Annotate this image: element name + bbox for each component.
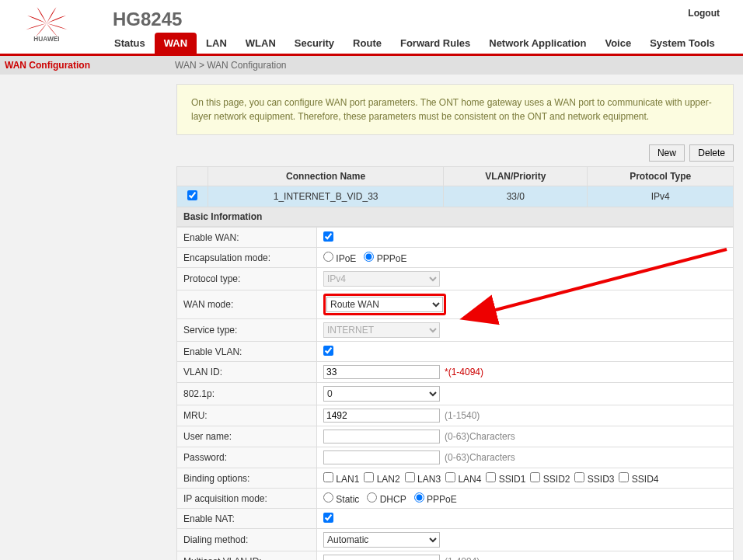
lbl-vlan-id: VLAN ID: — [177, 362, 317, 383]
lbl-encap: Encapsulation mode: — [177, 248, 317, 268]
protocol-type-select: IPv4 — [323, 271, 440, 287]
lbl-dialing: Dialing method: — [177, 529, 317, 551]
binding-ssid2[interactable]: SSID2 — [530, 474, 570, 485]
binding-lan2[interactable]: LAN2 — [364, 474, 399, 485]
lbl-ip-mode: IP acquisition mode: — [177, 489, 317, 509]
lbl-enable-vlan: Enable VLAN: — [177, 342, 317, 362]
user-hint: (0-63)Characters — [445, 431, 515, 442]
lbl-mcast: Multicast VLAN ID: — [177, 551, 317, 561]
lbl-service-type: Service type: — [177, 319, 317, 342]
delete-button[interactable]: Delete — [689, 144, 734, 162]
p8021-select[interactable]: 0 — [323, 386, 440, 402]
enable-vlan-checkbox[interactable] — [323, 346, 333, 356]
th-protocol-type: Protocol Type — [588, 167, 734, 186]
connection-table: Connection Name VLAN/Priority Protocol T… — [176, 166, 734, 207]
section-header: Basic Information — [176, 207, 734, 227]
lbl-nat: Enable NAT: — [177, 509, 317, 529]
th-connection-name: Connection Name — [208, 167, 444, 186]
th-vlan-priority: VLAN/Priority — [444, 167, 588, 186]
service-type-select: INTERNET — [323, 322, 440, 338]
ipmode-dhcp[interactable]: DHCP — [367, 494, 406, 505]
vlan-id-input[interactable] — [323, 365, 440, 379]
binding-ssid1[interactable]: SSID1 — [486, 474, 525, 485]
mcast-hint: (1-4094) — [445, 556, 480, 560]
binding-lan1[interactable]: LAN1 — [323, 474, 359, 485]
new-button[interactable]: New — [649, 144, 685, 162]
ipmode-pppoe[interactable]: PPPoE — [414, 494, 457, 505]
wan-mode-select[interactable]: Route WAN — [326, 297, 443, 312]
table-row[interactable]: 1_INTERNET_B_VID_33 33/0 IPv4 — [177, 186, 734, 207]
binding-ssid4[interactable]: SSID4 — [619, 474, 658, 485]
password-input[interactable] — [323, 450, 440, 464]
huawei-logo: HUAWEI — [12, 4, 82, 43]
dialing-select[interactable]: Automatic — [323, 532, 440, 548]
row-checkbox[interactable] — [187, 190, 197, 200]
vlan-id-hint: *(1-4094) — [445, 367, 483, 377]
lbl-user: User name: — [177, 426, 317, 447]
binding-lan3[interactable]: LAN3 — [405, 474, 441, 485]
lbl-pass: Password: — [177, 447, 317, 468]
mru-input[interactable] — [323, 409, 440, 423]
enable-wan-checkbox[interactable] — [323, 231, 333, 242]
multicast-vlan-input[interactable] — [323, 555, 440, 560]
mru-hint: (1-1540) — [445, 410, 480, 421]
binding-ssid3[interactable]: SSID3 — [574, 474, 614, 485]
logout-link[interactable]: Logout — [688, 8, 720, 19]
encap-ipoe[interactable]: IPoE — [323, 253, 356, 264]
sidebar — [0, 75, 167, 560]
lbl-proto-type: Protocol type: — [177, 268, 317, 290]
lbl-8021p: 802.1p: — [177, 383, 317, 405]
lbl-enable-wan: Enable WAN: — [177, 228, 317, 248]
lbl-binding: Binding options: — [177, 468, 317, 489]
breadcrumb: WAN > WAN Configuration — [167, 60, 287, 71]
pass-hint: (0-63)Characters — [445, 452, 515, 463]
lbl-mru: MRU: — [177, 405, 317, 426]
enable-nat-checkbox[interactable] — [323, 513, 333, 523]
binding-lan4[interactable]: LAN4 — [445, 474, 481, 485]
row-name: 1_INTERNET_B_VID_33 — [208, 186, 444, 207]
svg-text:HUAWEI: HUAWEI — [33, 35, 59, 43]
row-proto: IPv4 — [588, 186, 734, 207]
ipmode-static[interactable]: Static — [323, 494, 359, 505]
th-checkbox — [177, 167, 208, 186]
username-input[interactable] — [323, 430, 440, 443]
encap-pppoe[interactable]: PPPoE — [364, 253, 406, 264]
row-vlan: 33/0 — [444, 186, 588, 207]
lbl-wan-mode: WAN mode: — [177, 290, 317, 319]
config-form: Enable WAN: Encapsulation mode: IPoE PPP… — [176, 227, 734, 560]
sidebar-active-item[interactable]: WAN Configuration — [0, 60, 167, 71]
model-title: HG8245 — [113, 9, 182, 30]
info-box: On this page, you can configure WAN port… — [176, 84, 734, 135]
